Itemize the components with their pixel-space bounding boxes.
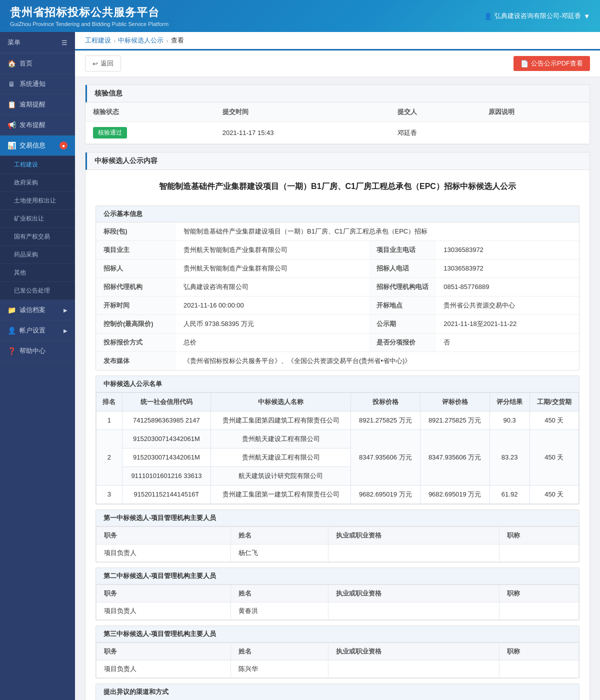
winner-score: 83.23 xyxy=(490,430,530,485)
winner-eval-price: 8347.935606 万元 xyxy=(420,430,490,485)
objection-section: 提出异议的渠道和方式 贵阳经济技术开发区建设管理局：0851-83806819 xyxy=(96,684,580,700)
subitem-label: 政府采购 xyxy=(14,178,38,187)
folder-icon: 📁 xyxy=(8,306,16,314)
personnel-header-title: 职称 xyxy=(499,584,578,602)
control-price-label: 控制价(最高限价) xyxy=(96,314,176,333)
bid-section-label: 标段(包) xyxy=(96,222,176,241)
basic-info-table: 标段(包) 智能制造基础件产业集群建设项目（一期）B1厂房、C1厂房工程总承包（… xyxy=(96,222,579,370)
sidebar-item-label: 逾期提醒 xyxy=(20,100,46,109)
basic-info-title: 公示基本信息 xyxy=(96,206,579,222)
winner-eval-price: 9682.695019 万元 xyxy=(420,485,490,504)
sidebar-subitem-land[interactable]: 土地使用权出让 xyxy=(0,192,75,210)
sidebar-item-credit[interactable]: 📁 诚信档案 ▶ xyxy=(0,300,75,320)
pdf-button[interactable]: 📄 公告公示PDF查看 xyxy=(514,56,590,71)
sidebar-item-label: 交易信息 xyxy=(20,141,46,150)
menu-label: 菜单 xyxy=(8,38,20,47)
winner-period: 450 天 xyxy=(530,430,578,485)
winner-header-period: 工期/交货期 xyxy=(530,392,578,411)
personnel-header-name: 姓名 xyxy=(230,584,328,602)
sidebar-item-label: 发布提醒 xyxy=(20,120,46,130)
personnel-title-val xyxy=(499,602,578,620)
project-owner-phone-value: 13036583972 xyxy=(436,240,579,259)
agency-label: 招标代理机构 xyxy=(96,278,176,296)
personnel-header-name: 姓名 xyxy=(230,526,328,544)
sidebar-item-home[interactable]: 🏠 首页 xyxy=(0,54,75,74)
back-icon: ↩ xyxy=(92,60,98,68)
winner-header-score: 评分结果 xyxy=(490,392,530,411)
winner-list-section: 中标候选人公示名单 排名 统一社会信用代码 中标候选人名称 投标价格 评标价格 … xyxy=(96,376,580,504)
media-label: 发布媒体 xyxy=(96,352,176,370)
winner-score: 61.92 xyxy=(490,485,530,504)
project-owner-label: 项目业主 xyxy=(96,240,176,259)
breadcrumb-link-2[interactable]: 中标候选人公示 xyxy=(118,36,164,45)
sidebar-subitem-processed[interactable]: 已发公告处理 xyxy=(0,282,75,300)
table-row: 2 91520300714342061M 贵州航天建设工程有限公司 8347.9… xyxy=(96,430,579,448)
basic-info-section: 公示基本信息 标段(包) 智能制造基础件产业集群建设项目（一期）B1厂房、C1厂… xyxy=(96,206,580,370)
sidebar-item-overdue[interactable]: 📋 逾期提醒 xyxy=(0,94,75,115)
dropdown-icon: ▼ xyxy=(584,12,590,20)
sidebar-item-transaction[interactable]: 📊 交易信息 ● xyxy=(0,136,75,156)
open-location-label: 开标地点 xyxy=(369,296,436,314)
open-time-label: 开标时间 xyxy=(96,296,176,314)
sidebar-subitem-other[interactable]: 其他 xyxy=(0,264,75,282)
site-title-en: GuiZhou Province Tendering and Bidding P… xyxy=(10,21,168,27)
verification-table: 核验状态 提交时间 提交人 原因说明 核验通过 2021 xyxy=(86,102,590,144)
subitem-label: 矿业权出让 xyxy=(14,214,44,223)
table-row: 项目负责人 陈兴华 xyxy=(96,660,579,678)
personnel-header-title: 职称 xyxy=(499,526,578,544)
winner-company-name: 贵州建工集团第一建筑工程有限责任公司 xyxy=(211,485,351,504)
winner-bid-price: 8921.275825 万元 xyxy=(350,411,420,430)
table-row: 核验通过 2021-11-17 15:43 邓廷香 xyxy=(86,122,590,144)
monitor-icon: 🖥 xyxy=(8,80,16,88)
public-period-label: 公示期 xyxy=(369,314,436,333)
media-value: 《贵州省招标投标公共服务平台》、《全国公共资源交易平台(贵州省•省中心)》 xyxy=(176,352,579,370)
status-badge: 核验通过 xyxy=(93,127,127,138)
sidebar-item-label: 帐户设置 xyxy=(20,326,46,335)
winner-rank: 1 xyxy=(96,411,122,430)
back-button[interactable]: ↩ 返回 xyxy=(85,56,121,72)
sidebar-item-sysnotice[interactable]: 🖥 系统通知 xyxy=(0,74,75,94)
personnel2-section: 第二中标候选人-项目管理机构主要人员 职务 姓名 执业或职业资格 职称 xyxy=(96,568,580,620)
winner-score: 90.3 xyxy=(490,411,530,430)
sidebar-subitem-mineral[interactable]: 矿业权出让 xyxy=(0,210,75,228)
bid-method-label: 投标报价方式 xyxy=(96,333,176,352)
breadcrumb-link-1[interactable]: 工程建设 xyxy=(85,36,111,45)
table-row: 发布媒体 《贵州省招标投标公共服务平台》、《全国公共资源交易平台(贵州省•省中心… xyxy=(96,352,579,370)
subitem-label: 已发公告处理 xyxy=(14,286,50,295)
winner-company-name: 贵州航天建设工程有限公司 xyxy=(211,430,351,448)
winner-header-bid-price: 投标价格 xyxy=(350,392,420,411)
sidebar-subitem-medicine[interactable]: 药品采购 xyxy=(0,246,75,264)
page-content: 核验信息 核验状态 提交时间 提交人 原因说明 xyxy=(75,77,600,700)
subitem-label: 工程建设 xyxy=(14,160,38,169)
winner-code: 91520115214414516T xyxy=(122,485,211,504)
notice-title: 智能制造基础件产业集群建设项目（一期）B1厂房、C1厂房工程总承包（EPC）招标… xyxy=(86,170,590,200)
sidebar-subitem-engineering[interactable]: 工程建设 xyxy=(0,156,75,174)
site-title-cn: 贵州省招标投标公共服务平台 xyxy=(10,5,168,20)
pdf-label: 公告公示PDF查看 xyxy=(531,59,583,68)
header-user[interactable]: 👤 弘典建设咨询有限公司-邓廷香 ▼ xyxy=(484,12,590,20)
subitem-label: 国有产权交易 xyxy=(14,232,50,241)
sidebar-item-publish[interactable]: 📢 发布提醒 xyxy=(0,115,75,136)
menu-toggle[interactable]: 菜单 ☰ xyxy=(0,32,75,54)
personnel1-table: 职务 姓名 执业或职业资格 职称 项目负责人 杨仁飞 xyxy=(96,526,579,562)
personnel1-section: 第一中标候选人-项目管理机构主要人员 职务 姓名 执业或职业资格 职称 xyxy=(96,510,580,562)
sidebar-item-label: 首页 xyxy=(20,59,32,68)
verify-time: 2021-11-17 15:43 xyxy=(215,122,390,144)
personnel-role: 项目负责人 xyxy=(96,544,231,562)
winner-company-name: 贵州建工集团第四建筑工程有限责任公司 xyxy=(211,411,351,430)
split-label: 是否分项报价 xyxy=(369,333,436,352)
winner-bid-price: 8347.935606 万元 xyxy=(350,430,420,485)
clipboard-icon: 📋 xyxy=(8,100,16,108)
table-row: 标段(包) 智能制造基础件产业集群建设项目（一期）B1厂房、C1厂房工程总承包（… xyxy=(96,222,579,241)
personnel-header-qual: 执业或职业资格 xyxy=(328,526,499,544)
main-content: 工程建设 › 中标候选人公示 › 查看 ↩ 返回 📄 公告公示PDF查看 核验信… xyxy=(75,32,600,700)
winner-code: 74125896363985 2147 xyxy=(122,411,211,430)
personnel-header-qual: 执业或职业资格 xyxy=(328,642,499,660)
sidebar-subitem-government[interactable]: 政府采购 xyxy=(0,174,75,192)
personnel-qual xyxy=(328,602,499,620)
sidebar-item-help[interactable]: ❓ 帮助中心 xyxy=(0,341,75,362)
winner-code: 91520300714342061M xyxy=(122,430,211,448)
sidebar-item-account[interactable]: 👤 帐户设置 ▶ xyxy=(0,320,75,341)
winner-table: 排名 统一社会信用代码 中标候选人名称 投标价格 评标价格 评分结果 工期/交货… xyxy=(96,392,579,504)
sidebar-subitem-state[interactable]: 国有产权交易 xyxy=(0,228,75,246)
